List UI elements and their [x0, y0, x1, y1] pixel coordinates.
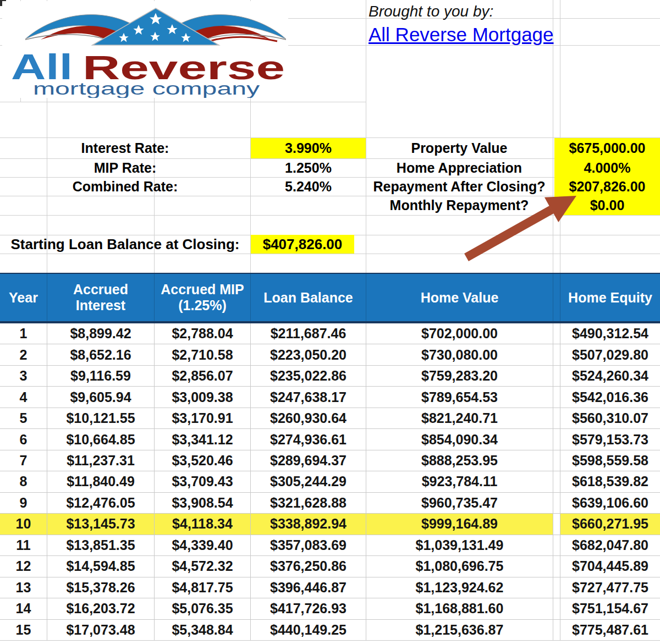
cell-year-year-1: 1: [0, 323, 47, 344]
cell-home_value-year-1: $702,000.00: [366, 323, 553, 344]
spacer-cell: [553, 366, 560, 386]
cell-loan_balance-year-10: $338,892.94: [250, 514, 366, 534]
cell-loan_balance-year-3: $235,022.86: [250, 366, 366, 386]
cell-accrued_interest-year-5: $10,121.55: [47, 408, 154, 428]
cell-home_value-year-14: $1,168,881.60: [366, 598, 553, 619]
cell-year-year-10: 10: [0, 514, 47, 534]
cell-loan_balance-year-11: $357,083.69: [250, 535, 366, 555]
cell-accrued_interest-year-9: $12,476.05: [47, 493, 154, 513]
cell-home_equity-year-1: $490,312.54: [560, 323, 660, 344]
cell-accrued_interest-year-13: $15,378.26: [47, 577, 154, 598]
cell-accrued_interest-year-10: $13,145.73: [47, 514, 154, 534]
col-header-accrued-mip: Accrued MIP (1.25%): [154, 274, 250, 321]
cell-loan_balance-year-7: $289,694.37: [250, 450, 366, 471]
red-arrow-annotation: [450, 188, 593, 265]
cell-accrued_mip-year-8: $3,709.43: [154, 471, 250, 492]
spacer-cell: [553, 598, 560, 619]
cell-accrued_interest-year-4: $9,605.94: [47, 387, 154, 407]
cell-year-year-13: 13: [0, 577, 47, 598]
cell-accrued_interest-year-12: $14,594.85: [47, 556, 154, 576]
cell-loan_balance-year-6: $274,936.61: [250, 429, 366, 449]
spacer-cell: [553, 344, 560, 365]
cell-home_equity-year-9: $639,106.60: [560, 493, 660, 513]
cell-loan_balance-year-9: $321,628.88: [250, 493, 366, 513]
table-row-year-5: 5$10,121.55$3,170.91$260,930.64$821,240.…: [0, 408, 660, 429]
cell-home_equity-year-14: $751,154.67: [560, 598, 660, 619]
cell-accrued_interest-year-11: $13,851.35: [47, 535, 154, 555]
cell-home_equity-year-4: $542,016.36: [560, 387, 660, 407]
table-header-row: Year Accrued Interest Accrued MIP (1.25%…: [0, 273, 660, 323]
cell-home_equity-year-8: $618,539.82: [560, 471, 660, 492]
brought-to-you-by-text: Brought to you by:: [369, 2, 552, 21]
spacer-cell: [553, 323, 560, 344]
combined-rate-label: Combined Rate:: [0, 177, 250, 196]
cell-year-year-5: 5: [0, 408, 47, 428]
cell-accrued_interest-year-7: $11,237.31: [47, 450, 154, 471]
spacer-cell: [553, 471, 560, 492]
cell-accrued_interest-year-6: $10,664.85: [47, 429, 154, 449]
spreadsheet: All Reverse mortgage company Brought to …: [0, 0, 660, 644]
cell-home_value-year-4: $789,654.53: [366, 387, 553, 407]
cell-year-year-11: 11: [0, 535, 47, 555]
cell-home_value-year-13: $1,123,924.62: [366, 577, 553, 598]
table-row-year-13: 13$15,378.26$4,817.75$396,446.87$1,123,9…: [0, 577, 660, 598]
cell-loan_balance-year-14: $417,726.93: [250, 598, 366, 619]
interest-rate-input[interactable]: 3.990%: [251, 138, 366, 158]
cell-accrued_interest-year-15: $17,073.48: [47, 620, 154, 640]
cell-accrued_interest-year-8: $11,840.49: [47, 471, 154, 492]
cell-year-year-6: 6: [0, 429, 47, 449]
cell-accrued_mip-year-7: $3,520.46: [154, 450, 250, 471]
cell-loan_balance-year-4: $247,638.17: [250, 387, 366, 407]
cell-accrued_mip-year-12: $4,572.32: [154, 556, 250, 576]
cell-home_equity-year-12: $704,445.89: [560, 556, 660, 576]
home-appreciation-label: Home Appreciation: [366, 158, 553, 177]
cell-accrued_mip-year-10: $4,118.34: [154, 514, 250, 534]
cell-home_value-year-6: $854,090.34: [366, 429, 553, 449]
cell-loan_balance-year-12: $376,250.86: [250, 556, 366, 576]
cell-accrued_mip-year-9: $3,908.54: [154, 493, 250, 513]
company-logo: All Reverse mortgage company: [2, 1, 288, 98]
starting-balance-value[interactable]: $407,826.00: [251, 235, 354, 254]
cell-year-year-12: 12: [0, 556, 47, 576]
cell-loan_balance-year-2: $223,050.20: [250, 344, 366, 365]
table-row-year-14: 14$16,203.72$5,076.35$417,726.93$1,168,8…: [0, 598, 660, 619]
cell-home_equity-year-7: $598,559.58: [560, 450, 660, 471]
table-row-year-10: 10$13,145.73$4,118.34$338,892.94$999,164…: [0, 514, 660, 535]
cell-loan_balance-year-8: $305,244.29: [250, 471, 366, 492]
cell-accrued_mip-year-13: $4,817.75: [154, 577, 250, 598]
table-row-year-8: 8$11,840.49$3,709.43$305,244.29$923,784.…: [0, 471, 660, 492]
cell-home_equity-year-11: $682,047.80: [560, 535, 660, 555]
spacer-cell: [553, 450, 560, 471]
cell-home_equity-year-2: $507,029.80: [560, 344, 660, 365]
cell-year-year-2: 2: [0, 344, 47, 365]
cell-accrued_interest-year-3: $9,116.59: [47, 366, 154, 386]
table-body: 1$8,899.42$2,788.04$211,687.46$702,000.0…: [0, 323, 660, 641]
cell-home_value-year-7: $888,253.95: [366, 450, 553, 471]
all-reverse-mortgage-link[interactable]: All Reverse Mortgage: [369, 23, 554, 46]
cell-accrued_mip-year-1: $2,788.04: [154, 323, 250, 344]
cell-home_value-year-9: $960,735.47: [366, 493, 553, 513]
cell-year-year-3: 3: [0, 366, 47, 386]
table-row-year-11: 11$13,851.35$4,339.40$357,083.69$1,039,1…: [0, 535, 660, 556]
cell-accrued_interest-year-2: $8,652.16: [47, 344, 154, 365]
spacer-cell: [553, 429, 560, 449]
table-row-year-1: 1$8,899.42$2,788.04$211,687.46$702,000.0…: [0, 323, 660, 344]
table-row-year-12: 12$14,594.85$4,572.32$376,250.86$1,080,6…: [0, 556, 660, 577]
cell-home_value-year-5: $821,240.71: [366, 408, 553, 428]
table-row-year-3: 3$9,116.59$2,856.07$235,022.86$759,283.2…: [0, 366, 660, 387]
home-appreciation-input[interactable]: 4.000%: [554, 158, 660, 177]
property-value-input[interactable]: $675,000.00: [554, 138, 660, 158]
cell-home_value-year-8: $923,784.11: [366, 471, 553, 492]
cell-accrued_mip-year-3: $2,856.07: [154, 366, 250, 386]
table-row-year-9: 9$12,476.05$3,908.54$321,628.88$960,735.…: [0, 493, 660, 514]
cell-loan_balance-year-15: $440,149.25: [250, 620, 366, 640]
cell-accrued_interest-year-14: $16,203.72: [47, 598, 154, 619]
spacer-cell: [553, 387, 560, 407]
cell-accrued_mip-year-2: $2,710.58: [154, 344, 250, 365]
logo-emblem: [25, 8, 286, 45]
property-value-label: Property Value: [366, 138, 553, 158]
cell-home_equity-year-3: $524,260.34: [560, 366, 660, 386]
logo-tagline: mortgage company: [33, 79, 260, 98]
spacer-cell: [553, 514, 560, 534]
cell-year-year-8: 8: [0, 471, 47, 492]
